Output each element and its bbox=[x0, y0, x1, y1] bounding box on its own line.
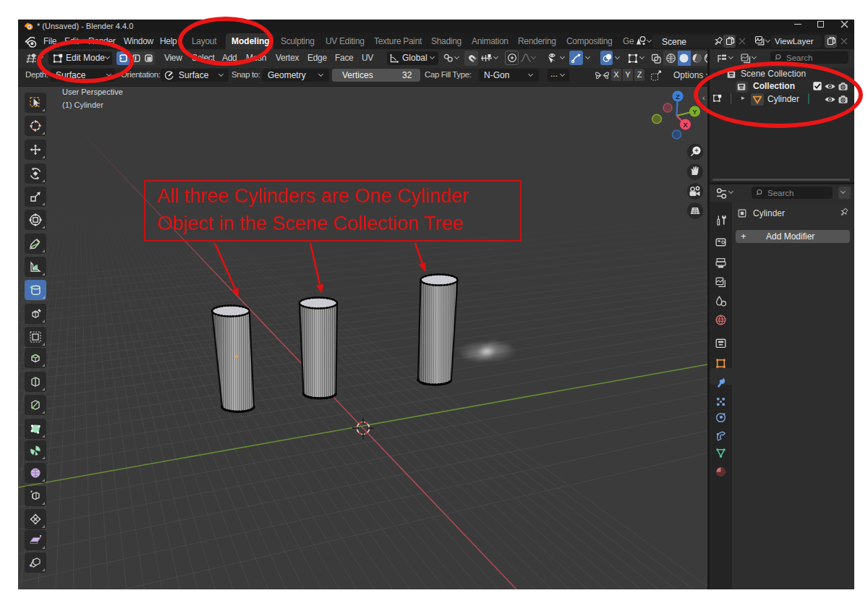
svg-text:Z: Z bbox=[676, 93, 680, 101]
svg-text:Y: Y bbox=[692, 108, 697, 116]
svg-text:X: X bbox=[683, 121, 688, 129]
